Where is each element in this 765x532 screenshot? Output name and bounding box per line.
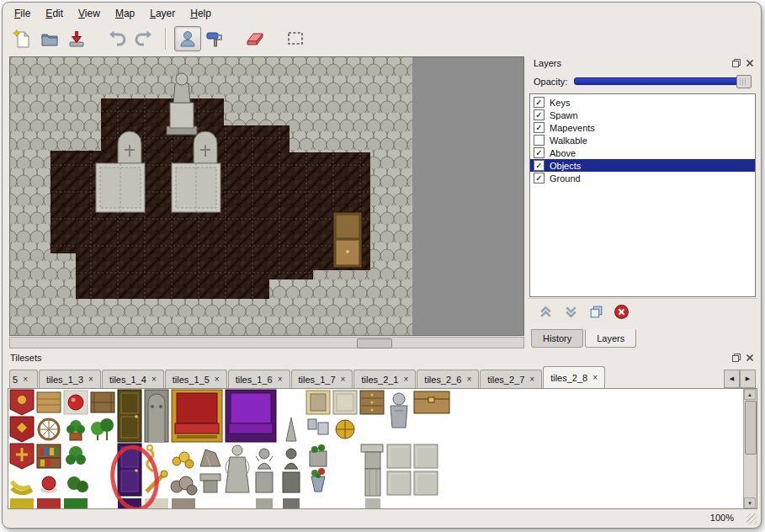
layer-row-walkable[interactable]: Walkable — [530, 134, 755, 146]
tab-layers[interactable]: Layers — [585, 329, 636, 348]
tileset-canvas[interactable]: ▲ ▼ — [8, 388, 757, 509]
tab-close-icon[interactable]: × — [23, 375, 28, 384]
layer-checkbox[interactable] — [534, 135, 545, 146]
layer-row-objects[interactable]: ✓Objects — [530, 159, 755, 172]
layer-list[interactable]: ✓Keys✓Spawn✓MapeventsWalkable✓Above✓Obje… — [529, 93, 756, 297]
tilesets-panel-title: Tilesets — [10, 353, 42, 363]
scroll-up-button[interactable]: ▲ — [744, 389, 756, 400]
tab-history[interactable]: History — [531, 329, 583, 348]
layer-row-ground[interactable]: ✓Ground — [530, 172, 755, 184]
layer-row-keys[interactable]: ✓Keys — [530, 96, 755, 109]
tileset-tab-tiles_2_1[interactable]: tiles_2_1× — [353, 370, 416, 388]
tileset-tabbar: 5×tiles_1_3×tiles_1_4×tiles_1_5×tiles_1_… — [9, 364, 720, 388]
menu-file[interactable]: File — [8, 6, 37, 21]
menu-layer[interactable]: Layer — [143, 6, 182, 21]
left-arrow-icon: ◀ — [730, 375, 734, 382]
layer-lower-button[interactable] — [563, 304, 579, 320]
tileset-tab-label: tiles_2_8 — [550, 373, 587, 383]
tileset-tab-5[interactable]: 5× — [9, 370, 38, 388]
tabs-scroll-left-button[interactable]: ◀ — [724, 370, 740, 388]
tilesets-close-button[interactable] — [745, 353, 755, 363]
zoom-level: 100% — [710, 513, 734, 523]
tileset-vscroll-thumb[interactable] — [745, 401, 757, 455]
tileset-tab-tiles_2_7[interactable]: tiles_2_7× — [480, 370, 542, 388]
tileset-tab-label: tiles_1_3 — [46, 375, 83, 385]
tileset-vertical-scrollbar[interactable]: ▲ ▼ — [743, 389, 757, 508]
save-button[interactable] — [63, 26, 90, 51]
layer-raise-button[interactable] — [538, 304, 554, 320]
menu-edit[interactable]: Edit — [39, 6, 70, 21]
close-icon — [745, 58, 755, 68]
tileset-tab-label: tiles_2_7 — [487, 375, 524, 385]
layer-row-mapevents[interactable]: ✓Mapevents — [530, 121, 755, 134]
tab-close-icon[interactable]: × — [529, 375, 534, 384]
layer-checkbox[interactable]: ✓ — [534, 173, 545, 184]
new-file-button[interactable] — [9, 26, 36, 51]
menu-map[interactable]: Map — [109, 6, 141, 21]
redo-button[interactable] — [130, 26, 157, 51]
layer-checkbox[interactable]: ✓ — [534, 122, 545, 133]
open-button[interactable] — [36, 26, 63, 51]
layers-float-button[interactable] — [731, 58, 741, 68]
layer-duplicate-button[interactable] — [588, 304, 604, 320]
layer-checkbox[interactable]: ✓ — [534, 160, 545, 171]
tileset-tab-tiles_1_3[interactable]: tiles_1_3× — [39, 370, 101, 388]
layer-label: Mapevents — [550, 123, 595, 133]
layer-checkbox[interactable]: ✓ — [534, 147, 545, 158]
close-icon — [745, 353, 755, 363]
tileset-tab-label: tiles_1_7 — [299, 375, 336, 385]
tab-close-icon[interactable]: × — [341, 375, 346, 384]
tileset-tab-label: tiles_2_1 — [361, 375, 398, 385]
tileset-tab-label: tiles_1_6 — [236, 375, 273, 385]
tileset-tab-label: 5 — [13, 375, 18, 385]
tab-close-icon[interactable]: × — [151, 375, 157, 384]
layer-checkbox[interactable]: ✓ — [534, 109, 545, 120]
layers-panel-title: Layers — [534, 58, 561, 68]
down-arrow-icon: ▼ — [747, 501, 752, 506]
resize-grip[interactable] — [746, 513, 757, 524]
opacity-slider[interactable] — [574, 77, 752, 85]
new-file-icon — [13, 29, 33, 49]
stamp-tool-button[interactable] — [174, 26, 201, 51]
menubar: FileEditViewMapLayerHelp — [8, 5, 756, 22]
map-horizontal-scrollbar[interactable] — [9, 337, 524, 348]
up-arrow-icon: ▲ — [747, 392, 752, 397]
layer-label: Objects — [550, 161, 581, 171]
tab-close-icon[interactable]: × — [404, 375, 409, 384]
tileset-tab-tiles_1_5[interactable]: tiles_1_5× — [165, 370, 227, 388]
select-tool-button[interactable] — [282, 26, 309, 51]
tileset-tab-tiles_2_6[interactable]: tiles_2_6× — [417, 370, 479, 388]
tileset-tab-tiles_2_8[interactable]: tiles_2_8× — [543, 366, 605, 388]
layer-row-spawn[interactable]: ✓Spawn — [530, 109, 755, 121]
eraser-tool-button[interactable] — [242, 26, 268, 51]
tileset-tab-tiles_1_4[interactable]: tiles_1_4× — [102, 370, 164, 388]
scroll-down-button[interactable]: ▼ — [744, 497, 756, 508]
right-arrow-icon: ▶ — [746, 375, 750, 382]
layer-label: Walkable — [550, 136, 587, 146]
tab-close-icon[interactable]: × — [466, 375, 471, 384]
fill-tool-button[interactable] — [201, 26, 228, 51]
undo-icon — [107, 29, 127, 49]
menu-help[interactable]: Help — [183, 6, 218, 21]
opacity-slider-handle[interactable] — [736, 75, 752, 88]
layer-label: Ground — [550, 173, 581, 184]
map-hscroll-thumb[interactable] — [357, 338, 392, 348]
tileset-tab-tiles_1_7[interactable]: tiles_1_7× — [291, 370, 353, 388]
layer-delete-button[interactable] — [614, 304, 630, 320]
layer-checkbox[interactable]: ✓ — [534, 97, 545, 108]
float-icon — [731, 58, 741, 68]
menu-view[interactable]: View — [72, 6, 107, 21]
tab-close-icon[interactable]: × — [88, 375, 93, 384]
tabs-scroll-right-button[interactable]: ▶ — [740, 370, 756, 388]
layers-close-button[interactable] — [745, 58, 755, 68]
map-canvas[interactable] — [9, 56, 524, 336]
tileset-tab-label: tiles_2_6 — [424, 375, 461, 385]
person-stamp-icon — [178, 29, 198, 49]
tileset-tab-tiles_1_6[interactable]: tiles_1_6× — [228, 370, 290, 388]
layer-row-above[interactable]: ✓Above — [530, 146, 755, 159]
tab-close-icon[interactable]: × — [592, 374, 598, 382]
tab-close-icon[interactable]: × — [278, 375, 283, 384]
tilesets-float-button[interactable] — [731, 353, 741, 363]
tab-close-icon[interactable]: × — [215, 375, 220, 384]
undo-button[interactable] — [104, 26, 130, 51]
